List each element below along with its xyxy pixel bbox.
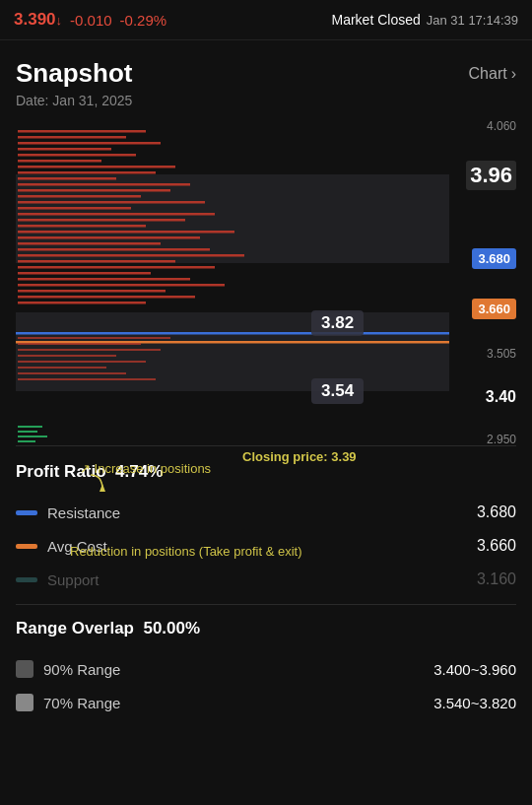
svg-rect-25 — [18, 260, 175, 263]
range-label-90: 90% Range — [43, 661, 120, 678]
range-value-90: 3.400~3.960 — [433, 661, 516, 678]
price-change-pct: -0.29% — [120, 12, 167, 29]
svg-rect-10 — [18, 171, 156, 174]
svg-rect-38 — [18, 355, 116, 357]
y-label-396: 3.96 — [466, 161, 516, 190]
svg-rect-30 — [18, 290, 166, 293]
svg-rect-11 — [18, 177, 116, 180]
main-content: Snapshot Chart › Date: Jan 31, 2025 — [0, 40, 532, 727]
price-info: 3.390↓ -0.010 -0.29% — [14, 10, 166, 30]
stat-left-support: Support — [16, 571, 100, 588]
range-title: Range Overlap 50.00% — [16, 619, 516, 638]
stat-row-support: Support 3.160 — [16, 563, 516, 596]
market-status: Market Closed — [331, 12, 420, 28]
svg-rect-40 — [18, 367, 106, 369]
chart-link[interactable]: Chart › — [469, 65, 516, 83]
svg-rect-18 — [18, 219, 185, 222]
svg-rect-21 — [18, 236, 200, 239]
chart-svg — [16, 120, 469, 445]
increase-arrow-icon — [83, 470, 112, 500]
svg-rect-26 — [18, 266, 215, 269]
avgcost-indicator — [16, 544, 37, 549]
range-left-70: 70% Range — [16, 694, 120, 711]
range-row-70: 70% Range 3.540~3.820 — [16, 686, 516, 719]
header: 3.390↓ -0.010 -0.29% Market Closed Jan 3… — [0, 0, 532, 40]
svg-rect-13 — [18, 189, 170, 192]
svg-rect-36 — [18, 343, 141, 345]
svg-rect-20 — [18, 231, 234, 234]
resistance-label: Resistance — [47, 504, 120, 521]
svg-rect-39 — [18, 361, 146, 363]
market-info: Market Closed Jan 31 17:14:39 — [331, 12, 518, 28]
date-label: Date: Jan 31, 2025 — [16, 93, 516, 120]
svg-rect-27 — [18, 272, 151, 275]
section-header: Snapshot Chart › — [16, 40, 516, 93]
y-label-340: 3.40 — [486, 389, 516, 405]
svg-rect-14 — [18, 195, 141, 198]
support-value: 3.160 — [477, 570, 516, 588]
svg-rect-45 — [18, 436, 47, 437]
svg-rect-46 — [18, 440, 35, 442]
price-arrow: ↓ — [56, 13, 63, 28]
y-label-avgcost: 3.660 — [472, 299, 516, 319]
range-label-70: 70% Range — [43, 695, 120, 711]
svg-rect-4 — [18, 136, 126, 139]
svg-rect-32 — [18, 302, 146, 304]
range-section: Range Overlap 50.00% 90% Range 3.400~3.9… — [16, 605, 516, 727]
svg-rect-8 — [18, 160, 101, 163]
chart-area: 4.060 3.96 3.680 3.660 3.505 3.40 2.950 … — [16, 120, 516, 445]
svg-rect-37 — [18, 349, 161, 351]
svg-rect-44 — [18, 431, 37, 433]
svg-rect-43 — [18, 426, 42, 428]
y-label-resistance: 3.680 — [472, 248, 516, 269]
svg-rect-35 — [18, 337, 170, 339]
stat-row-resistance: Resistance 3.680 — [16, 496, 516, 529]
support-indicator — [16, 577, 37, 582]
range-box-90 — [16, 660, 33, 678]
avgcost-value: 3.660 — [477, 537, 516, 555]
range-box-70 — [16, 694, 33, 711]
svg-marker-48 — [100, 484, 105, 492]
y-label-3505: 3.505 — [487, 348, 516, 360]
range-left-90: 90% Range — [16, 660, 120, 678]
svg-rect-6 — [18, 148, 111, 151]
range-value-70: 3.540~3.820 — [433, 695, 516, 711]
svg-rect-16 — [18, 207, 131, 210]
svg-rect-3 — [18, 130, 146, 133]
range-row-90: 90% Range 3.400~3.960 — [16, 652, 516, 686]
price-label-382: 3.82 — [311, 310, 364, 336]
y-axis: 4.060 3.96 3.680 3.660 3.505 3.40 2.950 — [455, 120, 516, 445]
svg-rect-7 — [18, 154, 136, 157]
svg-rect-22 — [18, 242, 161, 245]
stat-left-resistance: Resistance — [16, 504, 120, 521]
closing-price-label: Closing price: 3.39 — [242, 449, 357, 464]
chevron-right-icon: › — [511, 65, 516, 83]
svg-rect-9 — [18, 166, 175, 168]
price-change: -0.010 — [70, 12, 112, 29]
svg-rect-12 — [18, 183, 190, 186]
svg-rect-19 — [18, 225, 146, 228]
y-label-2950: 2.950 — [487, 434, 516, 445]
price-amount: 3.390 — [14, 10, 56, 29]
resistance-indicator — [16, 510, 37, 515]
svg-rect-31 — [18, 296, 195, 299]
svg-rect-17 — [18, 213, 215, 216]
svg-rect-5 — [18, 142, 161, 145]
svg-rect-15 — [18, 201, 205, 204]
range-overlap-value: 50.00% — [143, 619, 200, 637]
svg-rect-23 — [18, 248, 210, 251]
y-label-4060: 4.060 — [487, 120, 516, 132]
svg-rect-33 — [16, 332, 449, 335]
datetime: Jan 31 17:14:39 — [427, 13, 518, 28]
support-label: Support — [47, 571, 100, 588]
svg-rect-0 — [16, 120, 469, 445]
chart-label: Chart — [469, 65, 507, 83]
svg-rect-42 — [18, 378, 156, 380]
svg-rect-41 — [18, 372, 126, 374]
svg-rect-28 — [18, 278, 190, 281]
current-price: 3.390↓ — [14, 10, 62, 30]
range-overlap-label: Range Overlap — [16, 619, 134, 637]
resistance-value: 3.680 — [477, 503, 516, 521]
svg-rect-29 — [18, 284, 225, 287]
price-label-354: 3.54 — [311, 378, 364, 404]
